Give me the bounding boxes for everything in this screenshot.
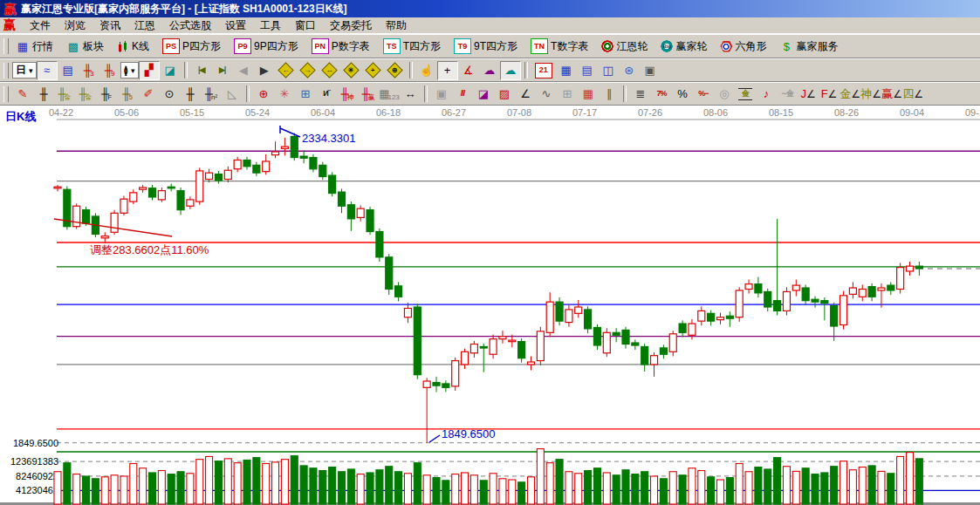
hand-tool-icon[interactable]: ☝ (416, 61, 437, 80)
percent-tool[interactable]: % (672, 85, 693, 104)
gann-fan-box-tool[interactable]: ◪ (473, 85, 494, 104)
memo-icon[interactable]: ▤ (577, 61, 598, 80)
t9-square-button[interactable]: T99T四方形 (450, 37, 521, 56)
menu-item-0[interactable]: 文件 (23, 17, 58, 34)
retrace-7pct-tool[interactable]: 7% (651, 85, 672, 104)
gann-wheel-button[interactable]: 江恩轮 (598, 37, 651, 56)
price-steps-tool[interactable]: ≣ (630, 85, 651, 104)
gann-shape-purple-icon[interactable]: ☁ (479, 61, 500, 80)
wave-count-tool[interactable]: И˝ (316, 85, 337, 104)
winner-wheel-button[interactable]: Big赢家轮 (657, 37, 710, 56)
volume-profile-icon[interactable]: ◪ (160, 61, 181, 80)
gann-cross-icon[interactable]: + (362, 61, 384, 80)
angle-shen-tool[interactable]: 神∠ (860, 85, 881, 104)
angle-gold-tool[interactable]: 金∠ (840, 85, 860, 104)
golden-ruler-tool[interactable]: ╫金 (54, 85, 75, 104)
gann-shift-right-icon[interactable]: → (297, 61, 319, 80)
menu-item-5[interactable]: 设置 (218, 17, 253, 34)
menu-item-9[interactable]: 帮助 (379, 17, 414, 34)
gann-target-icon[interactable]: ⊕ (384, 61, 406, 80)
period-selector-button[interactable]: 日▾ (12, 62, 37, 78)
volume-bar (907, 453, 914, 504)
fib-ruler-tool[interactable]: ╫F (96, 85, 117, 104)
angle-grid-tool[interactable]: ▨ (494, 85, 515, 104)
t-square-button[interactable]: TST四方形 (380, 37, 444, 56)
percent-lines-tool[interactable]: %− (693, 85, 714, 104)
golden-lines-tool[interactable]: 金 (735, 85, 756, 104)
win-ruler-tool[interactable]: ╫赢 (358, 85, 379, 104)
t-number-button[interactable]: TNT数字表 (527, 37, 592, 56)
kline-button[interactable]: K线 (113, 37, 153, 56)
gann-web-tool[interactable]: ✳ (274, 85, 295, 104)
angle-f-tool[interactable]: F∠ (819, 85, 840, 104)
gann-star-icon[interactable]: ✳ (340, 61, 362, 80)
menu-item-6[interactable]: 工具 (253, 17, 288, 34)
info-panel-icon[interactable]: ▤ (58, 61, 79, 80)
save-icon[interactable]: ◫ (598, 61, 619, 80)
zigzag-tool[interactable]: ∿ (536, 85, 557, 104)
print-icon[interactable]: ▣ (640, 61, 661, 80)
main-chart-icon[interactable]: ≈ (37, 61, 58, 80)
trend-angle-tool[interactable]: ∠ (515, 85, 536, 104)
last-bar-icon[interactable]: ▶| (212, 61, 233, 80)
grid-gray-tool[interactable]: ⊞ (557, 85, 578, 104)
diamond-arrow: + (371, 66, 375, 73)
cycle-ruler-tool[interactable]: ╫5 (117, 85, 138, 104)
gann-circle-tool[interactable]: ⊕ (253, 85, 274, 104)
angle-measure-icon[interactable]: ∡ (458, 61, 479, 80)
chart-canvas[interactable]: 04-2205-0605-1505-2406-0406-1806-2707-08… (0, 106, 980, 505)
winner-service-button[interactable]: $赢家服务 (776, 37, 841, 56)
cycle-3-icon[interactable]: ╫3 (79, 61, 99, 80)
square-of-nine-tool[interactable]: ╫n² (201, 85, 222, 104)
menu-item-8[interactable]: 交易委托 (323, 17, 379, 34)
p-number-button[interactable]: PNP数字表 (308, 37, 373, 56)
golden-ruler-2-tool[interactable]: ╫金 (75, 85, 96, 104)
kline-overlay-icon[interactable]: ▞ (139, 61, 160, 80)
price-grid-tool[interactable]: ▦123 (379, 85, 400, 104)
shen-ruler-tool[interactable]: ╫神 (337, 85, 358, 104)
gann-shape-teal-icon[interactable]: ☁ (500, 61, 521, 80)
candle-body (452, 361, 459, 386)
gann-fan-tool[interactable]: /// (452, 85, 473, 104)
gann-ruler-tool[interactable]: ╫ (33, 85, 54, 104)
volume-bar (660, 479, 667, 504)
menu-item-1[interactable]: 浏览 (58, 17, 93, 34)
price-ruler-tool[interactable]: ╫ (180, 85, 201, 104)
golden-circle-tool[interactable]: ◎ (714, 85, 735, 104)
menu-item-7[interactable]: 窗口 (288, 17, 323, 34)
angle-four-tool[interactable]: 四∠ (902, 85, 923, 104)
parallel-tool[interactable]: ∥ (599, 85, 620, 104)
candle-style-button[interactable]: ≬▾ (120, 62, 139, 78)
next-bar-icon[interactable]: ▶ (254, 61, 275, 80)
p-square-button[interactable]: PSP四方形 (159, 37, 224, 56)
calculator-icon[interactable]: ▦ (556, 61, 577, 80)
time-circle-tool[interactable]: ⊙ (159, 85, 180, 104)
span-measure-tool[interactable]: ↔ (400, 85, 421, 104)
menu-item-4[interactable]: 公式选股 (162, 17, 218, 34)
hexagon-button[interactable]: 六角形 (716, 37, 770, 56)
golden-wave-tool[interactable]: ∼金 (777, 85, 798, 104)
menu-item-2[interactable]: 资讯 (93, 17, 127, 34)
cycle-9-icon[interactable]: ╫9 (99, 61, 120, 80)
draw-pen-tool[interactable]: ✎ (12, 85, 33, 104)
auto-note-tool[interactable]: ♪ (756, 85, 777, 104)
quotes-button[interactable]: ▦行情 (12, 37, 57, 56)
grid-red-tool[interactable]: ▦ (578, 85, 599, 104)
protractor-tool[interactable]: ◺ (222, 85, 243, 104)
rect-frame-tool[interactable]: ▣ (431, 85, 452, 104)
calendar-icon[interactable]: 21 (531, 61, 556, 80)
first-bar-icon[interactable]: |◀ (191, 61, 212, 80)
p9-square-button[interactable]: P99P四方形 (230, 37, 302, 56)
gann-box-grid-tool[interactable]: ⊞ (295, 85, 316, 104)
menu-item-3[interactable]: 江恩 (127, 17, 162, 34)
pen-kline-tool[interactable]: ✐ (138, 85, 159, 104)
angle-win-tool[interactable]: 赢∠ (881, 85, 902, 104)
candle-body (357, 208, 364, 217)
gann-expand-icon[interactable]: ↔ (319, 61, 340, 80)
prev-bar-icon[interactable]: ◀ (233, 61, 254, 80)
world-clock-icon[interactable]: ⊛ (619, 61, 640, 80)
angle-j-tool[interactable]: J∠ (798, 85, 819, 104)
gann-shift-left-icon[interactable]: ← (275, 61, 297, 80)
crosshair-tool-icon[interactable]: + (437, 61, 458, 80)
sectors-button[interactable]: ▩板块 (63, 37, 107, 56)
